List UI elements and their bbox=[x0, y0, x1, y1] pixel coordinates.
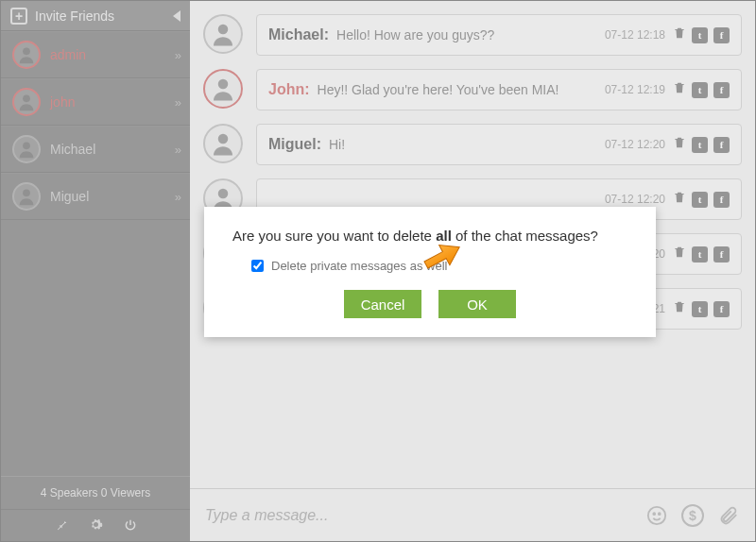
svg-point-6 bbox=[218, 134, 229, 144]
user-name-label: Michael bbox=[50, 142, 95, 157]
user-list: admin»john»Michael»Miguel» bbox=[1, 31, 190, 476]
delete-private-checkbox[interactable] bbox=[251, 260, 264, 272]
facebook-share-icon[interactable]: f bbox=[713, 137, 730, 153]
user-avatar-icon bbox=[12, 135, 41, 163]
message-meta: 07-12 12:19tf bbox=[605, 80, 730, 99]
svg-point-10 bbox=[648, 506, 665, 523]
message-avatar-icon bbox=[203, 14, 243, 54]
modal-question-pre: Are you sure you want to delete bbox=[232, 228, 436, 244]
twitter-share-icon[interactable]: t bbox=[692, 246, 708, 263]
modal-question-post: of the chat messages? bbox=[452, 228, 598, 244]
invite-friends-label: Invite Friends bbox=[35, 8, 114, 24]
user-avatar-icon bbox=[12, 88, 41, 116]
pin-icon[interactable] bbox=[55, 517, 68, 532]
message-bubble: John:Hey!! Glad you're here! You've been… bbox=[256, 69, 742, 110]
chevrons-icon[interactable]: » bbox=[175, 190, 179, 204]
message-bubble: Miguel:Hi!07-12 12:20tf bbox=[256, 124, 742, 165]
message-row: Michael:Hello! How are you guys??07-12 1… bbox=[203, 14, 742, 56]
sidebar-user-john[interactable]: john» bbox=[1, 78, 190, 126]
user-avatar-icon bbox=[12, 182, 41, 211]
message-text: Hi! bbox=[329, 137, 345, 152]
svg-point-4 bbox=[218, 25, 229, 35]
delete-message-icon[interactable] bbox=[673, 190, 686, 209]
facebook-share-icon[interactable]: f bbox=[713, 82, 730, 98]
message-timestamp: 07-12 12:18 bbox=[605, 28, 665, 42]
svg-point-5 bbox=[218, 79, 229, 90]
chevrons-icon[interactable]: » bbox=[175, 48, 179, 62]
modal-buttons: Cancel OK bbox=[232, 290, 627, 318]
gear-icon[interactable] bbox=[89, 517, 103, 532]
twitter-share-icon[interactable]: t bbox=[692, 137, 708, 153]
composer: $ bbox=[190, 488, 755, 541]
svg-point-0 bbox=[23, 47, 30, 55]
message-avatar-icon bbox=[203, 69, 243, 109]
delete-message-icon[interactable] bbox=[673, 135, 686, 154]
message-meta: 07-12 12:20tf bbox=[605, 135, 730, 154]
message-timestamp: 07-12 12:19 bbox=[605, 83, 665, 96]
svg-point-7 bbox=[218, 189, 229, 199]
twitter-share-icon[interactable]: t bbox=[692, 27, 708, 43]
facebook-share-icon[interactable]: f bbox=[713, 301, 730, 317]
invite-friends-button[interactable]: + Invite Friends bbox=[1, 1, 190, 31]
facebook-share-icon[interactable]: f bbox=[713, 27, 730, 43]
collapse-arrow-icon[interactable] bbox=[173, 10, 180, 22]
svg-point-11 bbox=[653, 513, 655, 515]
tip-icon[interactable]: $ bbox=[681, 504, 704, 527]
app-root: + Invite Friends admin»john»Michael»Migu… bbox=[0, 0, 756, 542]
user-name-label: Miguel bbox=[50, 189, 89, 204]
message-text: Hello! How are you guys?? bbox=[336, 27, 494, 42]
message-author: Michael: bbox=[268, 26, 329, 43]
message-row: John:Hey!! Glad you're here! You've been… bbox=[203, 69, 742, 110]
delete-message-icon[interactable] bbox=[673, 80, 686, 99]
svg-point-2 bbox=[23, 142, 30, 149]
sidebar-user-admin[interactable]: admin» bbox=[1, 31, 190, 78]
twitter-share-icon[interactable]: t bbox=[692, 82, 708, 98]
message-meta: 07-12 12:20tf bbox=[605, 190, 730, 209]
svg-point-1 bbox=[23, 94, 30, 102]
message-author: Miguel: bbox=[268, 136, 321, 153]
chevrons-icon[interactable]: » bbox=[175, 95, 179, 110]
sidebar-footer: 4 Speakers 0 Viewers bbox=[1, 476, 190, 541]
plus-icon: + bbox=[10, 8, 27, 25]
delete-private-row: Delete private messages as well bbox=[232, 259, 627, 273]
delete-confirm-modal: Are you sure you want to delete all of t… bbox=[204, 207, 656, 337]
delete-message-icon[interactable] bbox=[673, 245, 686, 263]
message-bubble: Michael:Hello! How are you guys??07-12 1… bbox=[256, 14, 742, 56]
message-author: John: bbox=[268, 81, 310, 98]
user-name-label: john bbox=[50, 94, 75, 110]
user-avatar-icon bbox=[12, 41, 41, 69]
user-name-label: admin bbox=[50, 47, 86, 62]
sidebar-user-michael[interactable]: Michael» bbox=[1, 126, 190, 173]
message-timestamp: 07-12 12:20 bbox=[605, 193, 665, 206]
svg-point-3 bbox=[23, 189, 30, 196]
chevrons-icon[interactable]: » bbox=[175, 143, 179, 157]
emoji-icon[interactable] bbox=[645, 504, 668, 527]
power-icon[interactable] bbox=[124, 517, 137, 532]
cancel-button[interactable]: Cancel bbox=[344, 290, 421, 318]
ok-button[interactable]: OK bbox=[438, 290, 516, 318]
facebook-share-icon[interactable]: f bbox=[713, 192, 730, 208]
sidebar: + Invite Friends admin»john»Michael»Migu… bbox=[1, 1, 190, 541]
sidebar-icon-row bbox=[1, 510, 190, 541]
message-row: Miguel:Hi!07-12 12:20tf bbox=[203, 124, 742, 165]
twitter-share-icon[interactable]: t bbox=[692, 192, 708, 208]
modal-question-bold: all bbox=[436, 228, 452, 244]
attachment-icon[interactable] bbox=[717, 504, 740, 527]
svg-point-12 bbox=[659, 513, 661, 515]
message-meta: 07-12 12:18tf bbox=[605, 25, 730, 44]
message-avatar-icon bbox=[203, 124, 243, 163]
message-timestamp: 07-12 12:20 bbox=[605, 138, 665, 151]
speakers-viewers-count: 4 Speakers 0 Viewers bbox=[1, 477, 190, 510]
modal-question: Are you sure you want to delete all of t… bbox=[232, 228, 627, 244]
delete-private-label[interactable]: Delete private messages as well bbox=[271, 259, 447, 273]
sidebar-user-miguel[interactable]: Miguel» bbox=[1, 173, 190, 220]
message-input[interactable] bbox=[205, 507, 632, 524]
delete-message-icon[interactable] bbox=[673, 25, 686, 44]
facebook-share-icon[interactable]: f bbox=[713, 246, 730, 263]
twitter-share-icon[interactable]: t bbox=[692, 301, 708, 317]
message-text: Hey!! Glad you're here! You've been MIA! bbox=[318, 82, 559, 97]
delete-message-icon[interactable] bbox=[673, 299, 686, 318]
